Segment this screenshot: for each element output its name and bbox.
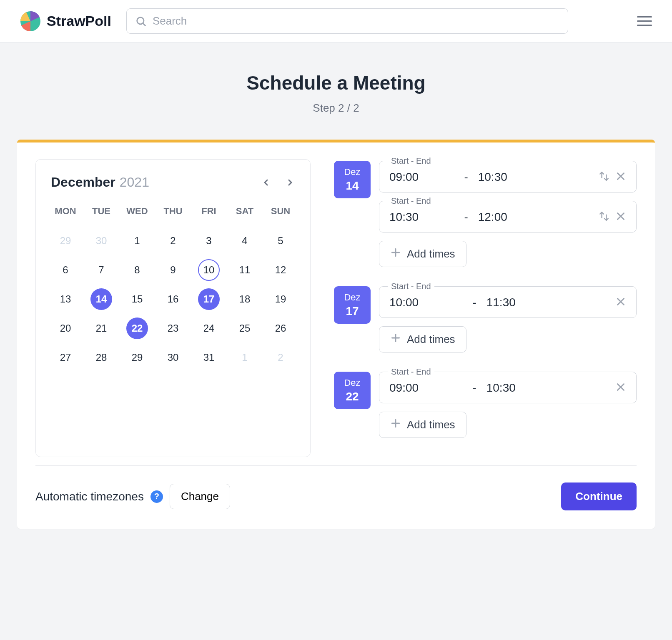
calendar-day[interactable]: 11 [227,258,263,282]
date-badge-month: Dez [344,167,360,178]
calendar-dow: SAT [227,202,263,224]
calendar-day[interactable]: 20 [48,316,83,341]
page: Schedule a Meeting Step 2 / 2 December 2… [17,42,655,562]
timezone-label: Automatic timezones [35,490,144,503]
calendar-day[interactable]: 3 [191,228,227,253]
calendar-day[interactable]: 6 [48,258,83,282]
page-title: Schedule a Meeting [17,72,655,94]
calendar-day[interactable]: 30 [83,228,119,253]
calendar-header: December 2021 [48,175,298,190]
calendar-day[interactable]: 8 [119,258,155,282]
help-icon[interactable]: ? [150,490,163,503]
time-slot[interactable]: Start - End10:30-12:00 [379,201,637,232]
brand[interactable]: StrawPoll [20,11,111,32]
date-badge-month: Dez [344,378,360,388]
add-times-button[interactable]: Add times [379,241,466,267]
calendar-day[interactable]: 25 [227,316,263,341]
remove-icon[interactable] [615,211,626,223]
slot-end[interactable]: 12:00 [478,210,553,224]
slot-list: Start - End10:00-11:30Add times [379,286,637,352]
calendar-day[interactable]: 10 [191,258,227,282]
add-times-label: Add times [407,418,455,431]
date-badge-day: 14 [346,179,359,192]
calendar-day[interactable]: 23 [155,316,191,341]
slot-group: Dez22Start - End09:00-10:30Add times [334,372,637,438]
reorder-icon[interactable] [599,171,609,183]
calendar-dow: THU [155,202,191,224]
slot-separator: - [464,170,469,184]
calendar-dow: WED [119,202,155,224]
remove-icon[interactable] [615,296,626,309]
date-badge: Dez17 [334,286,371,324]
calendar-day[interactable]: 21 [83,316,119,341]
calendar-day[interactable]: 7 [83,258,119,282]
slot-end[interactable]: 11:30 [486,296,562,309]
slot-legend: Start - End [388,156,434,166]
search-field[interactable] [126,8,568,34]
calendar-day[interactable]: 5 [263,228,298,253]
reorder-icon[interactable] [599,211,609,223]
calendar-day[interactable]: 30 [155,345,191,370]
calendar-day[interactable]: 4 [227,228,263,253]
slot-start[interactable]: 10:30 [389,210,419,224]
slot-group: Dez17Start - End10:00-11:30Add times [334,286,637,352]
time-slots: Dez14Start - End09:00-10:30Start - End10… [334,159,637,457]
add-times-label: Add times [407,333,455,346]
continue-button[interactable]: Continue [561,482,637,510]
calendar-day[interactable]: 9 [155,258,191,282]
calendar-day[interactable]: 28 [83,345,119,370]
add-times-button[interactable]: Add times [379,326,466,352]
prev-month-icon[interactable] [261,178,271,188]
footer-bar: Automatic timezones ? Change Continue [35,465,637,510]
calendar-day[interactable]: 24 [191,316,227,341]
calendar-day[interactable]: 31 [191,345,227,370]
calendar-grid: MONTUEWEDTHUFRISATSUN2930123456789101112… [48,202,298,370]
calendar-day[interactable]: 27 [48,345,83,370]
slot-legend: Start - End [388,367,434,377]
svg-line-2 [143,23,145,25]
slot-legend: Start - End [388,282,434,291]
date-badge-month: Dez [344,292,360,303]
add-times-button[interactable]: Add times [379,412,466,438]
search-input[interactable] [153,15,559,28]
time-slot[interactable]: Start - End09:00-10:30 [379,372,637,403]
time-slot[interactable]: Start - End10:00-11:30 [379,286,637,318]
slot-start[interactable]: 09:00 [389,381,419,395]
slot-separator: - [464,210,469,224]
slot-start[interactable]: 09:00 [389,170,419,184]
step-indicator: Step 2 / 2 [17,102,655,115]
calendar: December 2021 MONTUEWEDTHUFRISATSUN29301… [35,159,311,457]
calendar-day[interactable]: 16 [155,287,191,312]
calendar-day[interactable]: 2 [263,345,298,370]
calendar-day[interactable]: 15 [119,287,155,312]
slot-end[interactable]: 10:30 [486,381,562,395]
logo-icon [20,11,41,32]
calendar-day[interactable]: 22 [119,316,155,341]
calendar-day[interactable]: 17 [191,287,227,312]
remove-icon[interactable] [615,382,626,394]
slot-end[interactable]: 10:30 [478,170,553,184]
topbar: StrawPoll [0,0,672,42]
calendar-dow: TUE [83,202,119,224]
calendar-day[interactable]: 29 [48,228,83,253]
slot-group: Dez14Start - End09:00-10:30Start - End10… [334,161,637,267]
change-button[interactable]: Change [170,484,230,509]
brand-name: StrawPoll [47,13,111,29]
calendar-day[interactable]: 14 [83,287,119,312]
calendar-day[interactable]: 13 [48,287,83,312]
calendar-day[interactable]: 29 [119,345,155,370]
calendar-day[interactable]: 26 [263,316,298,341]
calendar-day[interactable]: 2 [155,228,191,253]
menu-icon[interactable] [637,16,652,26]
calendar-day[interactable]: 1 [227,345,263,370]
time-slot[interactable]: Start - End09:00-10:30 [379,161,637,192]
calendar-day[interactable]: 12 [263,258,298,282]
calendar-day[interactable]: 1 [119,228,155,253]
slot-start[interactable]: 10:00 [389,296,419,309]
calendar-day[interactable]: 19 [263,287,298,312]
slot-separator: - [472,381,478,395]
remove-icon[interactable] [615,171,626,183]
next-month-icon[interactable] [285,178,295,188]
calendar-day[interactable]: 18 [227,287,263,312]
slot-separator: - [472,296,478,309]
